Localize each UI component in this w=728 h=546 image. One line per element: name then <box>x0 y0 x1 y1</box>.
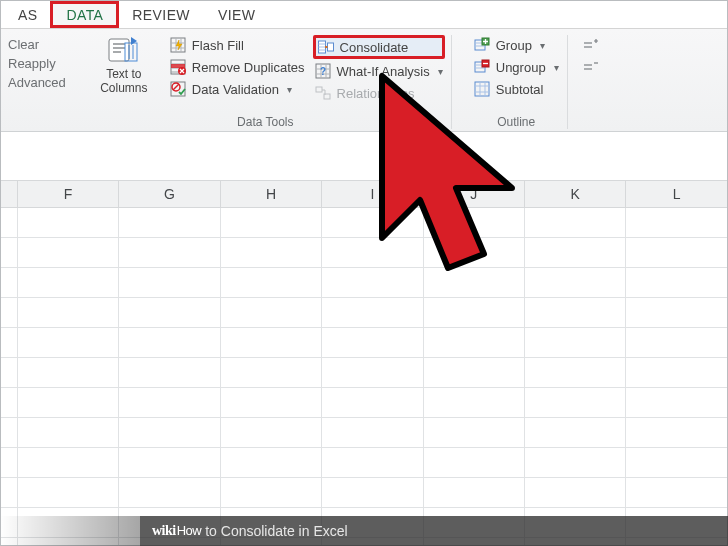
text-to-columns-icon <box>107 35 141 65</box>
data-validation-label: Data Validation <box>192 82 279 97</box>
outline-expand-controls <box>582 35 600 129</box>
remove-duplicates-button[interactable]: Remove Duplicates <box>170 59 305 75</box>
ribbon-tab-strip: AS DATA REVIEW VIEW <box>0 0 728 29</box>
chevron-down-icon: ▾ <box>540 40 545 51</box>
data-validation-icon <box>170 81 186 97</box>
column-header[interactable]: F <box>17 181 118 208</box>
svg-text:?: ? <box>319 66 325 77</box>
advanced-button[interactable]: Advanced <box>8 75 66 90</box>
what-if-analysis-button[interactable]: ? What-If Analysis ▾ <box>315 63 443 79</box>
consolidate-button[interactable]: Consolidate <box>313 35 445 59</box>
svg-point-10 <box>324 46 326 48</box>
column-header[interactable]: I <box>322 181 423 208</box>
grid-body <box>1 208 728 547</box>
relationships-label: Relationships <box>337 86 415 101</box>
screenshot-stage: AS DATA REVIEW VIEW Clear Reapply Advanc… <box>0 0 728 546</box>
ungroup-button[interactable]: Ungroup ▾ <box>474 59 559 75</box>
spreadsheet-area[interactable]: F G H I J K L <box>0 180 728 546</box>
consolidate-label: Consolidate <box>340 40 409 55</box>
svg-rect-0 <box>109 39 129 61</box>
ribbon-group-data-tools: Text to Columns Flash Fill <box>80 35 452 129</box>
grid-row <box>1 208 728 238</box>
column-header[interactable]: J <box>423 181 524 208</box>
text-to-columns-label-1: Text to <box>106 67 141 81</box>
remove-duplicates-icon <box>170 59 186 75</box>
tab-review[interactable]: REVIEW <box>118 3 204 26</box>
chevron-down-icon: ▾ <box>438 66 443 77</box>
text-to-columns-label-2: Columns <box>100 81 147 95</box>
wikihow-logo: wikiHow <box>152 523 201 539</box>
subtotal-label: Subtotal <box>496 82 544 97</box>
tab-formulas-partial[interactable]: AS <box>4 3 51 26</box>
flash-fill-button[interactable]: Flash Fill <box>170 37 305 53</box>
flash-fill-icon <box>170 37 186 53</box>
consolidate-icon <box>318 39 334 55</box>
hide-detail-icon[interactable] <box>582 61 600 75</box>
group-title-outline: Outline <box>497 115 535 129</box>
grid-row <box>1 328 728 358</box>
flash-fill-label: Flash Fill <box>192 38 244 53</box>
grid-row <box>1 268 728 298</box>
group-title-data-tools: Data Tools <box>237 115 293 129</box>
show-detail-icon[interactable] <box>582 39 600 53</box>
svg-rect-19 <box>475 82 489 96</box>
ribbon-group-outline: Group ▾ Ungroup ▾ <box>466 35 568 129</box>
grid-row <box>1 418 728 448</box>
grid-row <box>1 478 728 508</box>
relationships-button[interactable]: Relationships <box>315 85 443 101</box>
what-if-icon: ? <box>315 63 331 79</box>
tab-data[interactable]: DATA <box>51 2 118 27</box>
grid-row <box>1 238 728 268</box>
ungroup-icon <box>474 59 490 75</box>
chevron-down-icon: ▾ <box>554 62 559 73</box>
tutorial-title: to Consolidate in Excel <box>205 523 347 539</box>
group-button[interactable]: Group ▾ <box>474 37 559 53</box>
relationships-icon <box>315 85 331 101</box>
clear-button[interactable]: Clear <box>8 37 66 52</box>
ribbon: Clear Reapply Advanced <box>0 29 728 132</box>
column-header[interactable] <box>1 181 18 208</box>
spreadsheet-grid: F G H I J K L <box>0 180 728 546</box>
svg-rect-13 <box>316 87 322 92</box>
column-header[interactable]: L <box>626 181 728 208</box>
grid-row <box>1 298 728 328</box>
data-validation-button[interactable]: Data Validation ▾ <box>170 81 305 97</box>
remove-duplicates-label: Remove Duplicates <box>192 60 305 75</box>
grid-row <box>1 358 728 388</box>
grid-row <box>1 388 728 418</box>
sort-filter-partial: Clear Reapply Advanced <box>8 35 66 129</box>
grid-row <box>1 448 728 478</box>
column-header[interactable]: G <box>119 181 221 208</box>
what-if-label: What-If Analysis <box>337 64 430 79</box>
subtotal-icon <box>474 81 490 97</box>
tab-view[interactable]: VIEW <box>204 3 269 26</box>
column-header-row: F G H I J K L <box>1 181 728 208</box>
group-label: Group <box>496 38 532 53</box>
column-header[interactable]: K <box>525 181 626 208</box>
reapply-button[interactable]: Reapply <box>8 56 66 71</box>
ungroup-label: Ungroup <box>496 60 546 75</box>
subtotal-button[interactable]: Subtotal <box>474 81 559 97</box>
text-to-columns-button[interactable]: Text to Columns <box>88 35 160 95</box>
chevron-down-icon: ▾ <box>287 84 292 95</box>
group-icon <box>474 37 490 53</box>
caption-bar: wikiHow to Consolidate in Excel <box>0 516 728 546</box>
svg-rect-9 <box>327 43 333 51</box>
column-header[interactable]: H <box>220 181 321 208</box>
